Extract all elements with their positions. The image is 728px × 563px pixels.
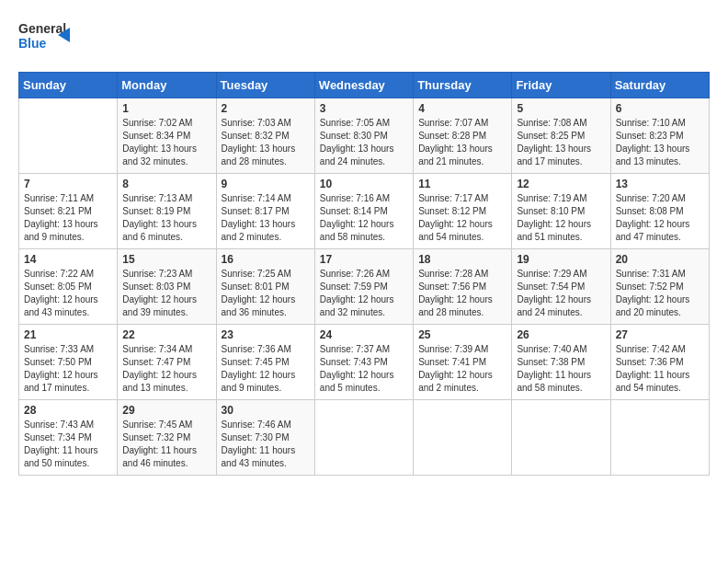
day-number: 10 xyxy=(320,178,408,190)
day-detail: Sunrise: 7:10 AMSunset: 8:23 PMDaylight:… xyxy=(616,118,690,167)
day-detail: Sunrise: 7:43 AMSunset: 7:34 PMDaylight:… xyxy=(24,419,98,468)
day-number: 29 xyxy=(122,404,210,417)
day-detail: Sunrise: 7:37 AMSunset: 7:43 PMDaylight:… xyxy=(320,344,394,393)
day-number: 6 xyxy=(616,102,704,115)
calendar-cell: 9 Sunrise: 7:14 AMSunset: 8:17 PMDayligh… xyxy=(216,174,314,249)
calendar-cell: 5 Sunrise: 7:08 AMSunset: 8:25 PMDayligh… xyxy=(512,98,610,174)
weekday-header-monday: Monday xyxy=(118,73,216,98)
day-number: 11 xyxy=(418,178,506,190)
day-number: 12 xyxy=(517,178,605,190)
day-detail: Sunrise: 7:45 AMSunset: 7:32 PMDaylight:… xyxy=(122,419,197,468)
logo-area: General Blue xyxy=(18,17,74,61)
calendar-cell: 12 Sunrise: 7:19 AMSunset: 8:10 PMDaylig… xyxy=(512,174,610,249)
calendar-cell: 24 Sunrise: 7:37 AMSunset: 7:43 PMDaylig… xyxy=(314,325,413,400)
day-detail: Sunrise: 7:08 AMSunset: 8:25 PMDaylight:… xyxy=(517,118,591,167)
day-detail: Sunrise: 7:02 AMSunset: 8:34 PMDaylight:… xyxy=(122,118,197,167)
calendar-cell: 1 Sunrise: 7:02 AMSunset: 8:34 PMDayligh… xyxy=(118,98,216,174)
calendar-cell: 23 Sunrise: 7:36 AMSunset: 7:45 PMDaylig… xyxy=(216,325,314,400)
weekday-header-saturday: Saturday xyxy=(610,73,709,98)
day-number: 2 xyxy=(222,102,310,115)
day-detail: Sunrise: 7:42 AMSunset: 7:36 PMDaylight:… xyxy=(616,344,690,393)
calendar-cell: 21 Sunrise: 7:33 AMSunset: 7:50 PMDaylig… xyxy=(19,325,118,400)
weekday-header-wednesday: Wednesday xyxy=(314,73,413,98)
day-number: 7 xyxy=(24,178,112,190)
day-number: 18 xyxy=(418,253,506,266)
weekday-header-thursday: Thursday xyxy=(414,73,512,98)
weekday-header-sunday: Sunday xyxy=(19,73,118,98)
day-detail: Sunrise: 7:23 AMSunset: 8:03 PMDaylight:… xyxy=(122,269,197,317)
day-detail: Sunrise: 7:03 AMSunset: 8:32 PMDaylight:… xyxy=(222,118,296,167)
page: General Blue SundayMondayTuesdayWednesda… xyxy=(0,0,728,563)
calendar-cell: 29 Sunrise: 7:45 AMSunset: 7:32 PMDaylig… xyxy=(118,400,216,476)
day-number: 9 xyxy=(222,178,310,190)
day-number: 13 xyxy=(616,178,704,190)
day-detail: Sunrise: 7:16 AMSunset: 8:14 PMDaylight:… xyxy=(320,193,394,242)
calendar-cell: 27 Sunrise: 7:42 AMSunset: 7:36 PMDaylig… xyxy=(610,325,709,400)
day-number: 8 xyxy=(122,178,210,190)
calendar-cell: 16 Sunrise: 7:25 AMSunset: 8:01 PMDaylig… xyxy=(216,249,314,325)
day-detail: Sunrise: 7:29 AMSunset: 7:54 PMDaylight:… xyxy=(517,269,591,317)
day-detail: Sunrise: 7:36 AMSunset: 7:45 PMDaylight:… xyxy=(222,344,296,393)
top-section: General Blue xyxy=(18,17,710,61)
day-detail: Sunrise: 7:13 AMSunset: 8:19 PMDaylight:… xyxy=(122,193,197,242)
day-number: 26 xyxy=(517,328,605,341)
week-row-4: 21 Sunrise: 7:33 AMSunset: 7:50 PMDaylig… xyxy=(19,325,710,400)
weekday-header-row: SundayMondayTuesdayWednesdayThursdayFrid… xyxy=(19,73,710,98)
day-detail: Sunrise: 7:07 AMSunset: 8:28 PMDaylight:… xyxy=(418,118,493,167)
day-number: 24 xyxy=(320,328,408,341)
calendar-cell xyxy=(512,400,610,476)
calendar-cell: 25 Sunrise: 7:39 AMSunset: 7:41 PMDaylig… xyxy=(414,325,512,400)
calendar-cell: 30 Sunrise: 7:46 AMSunset: 7:30 PMDaylig… xyxy=(216,400,314,476)
svg-text:General: General xyxy=(18,21,66,36)
calendar-cell: 11 Sunrise: 7:17 AMSunset: 8:12 PMDaylig… xyxy=(414,174,512,249)
day-number: 30 xyxy=(222,404,310,417)
calendar-cell: 6 Sunrise: 7:10 AMSunset: 8:23 PMDayligh… xyxy=(610,98,709,174)
day-detail: Sunrise: 7:22 AMSunset: 8:05 PMDaylight:… xyxy=(24,269,98,317)
day-number: 1 xyxy=(122,102,210,115)
calendar-cell: 15 Sunrise: 7:23 AMSunset: 8:03 PMDaylig… xyxy=(118,249,216,325)
calendar-cell xyxy=(19,98,118,174)
day-detail: Sunrise: 7:05 AMSunset: 8:30 PMDaylight:… xyxy=(320,118,394,167)
day-number: 22 xyxy=(122,328,210,341)
day-number: 23 xyxy=(222,328,310,341)
day-detail: Sunrise: 7:39 AMSunset: 7:41 PMDaylight:… xyxy=(418,344,493,393)
day-number: 21 xyxy=(24,328,112,341)
calendar-cell: 22 Sunrise: 7:34 AMSunset: 7:47 PMDaylig… xyxy=(118,325,216,400)
week-row-3: 14 Sunrise: 7:22 AMSunset: 8:05 PMDaylig… xyxy=(19,249,710,325)
day-number: 14 xyxy=(24,253,112,266)
day-number: 28 xyxy=(24,404,112,417)
day-number: 5 xyxy=(517,102,605,115)
day-detail: Sunrise: 7:34 AMSunset: 7:47 PMDaylight:… xyxy=(122,344,197,393)
calendar-cell: 17 Sunrise: 7:26 AMSunset: 7:59 PMDaylig… xyxy=(314,249,413,325)
weekday-header-friday: Friday xyxy=(512,73,610,98)
day-number: 27 xyxy=(616,328,704,341)
svg-text:Blue: Blue xyxy=(18,36,47,51)
calendar-cell xyxy=(314,400,413,476)
calendar-cell: 20 Sunrise: 7:31 AMSunset: 7:52 PMDaylig… xyxy=(610,249,709,325)
calendar-cell: 19 Sunrise: 7:29 AMSunset: 7:54 PMDaylig… xyxy=(512,249,610,325)
day-detail: Sunrise: 7:33 AMSunset: 7:50 PMDaylight:… xyxy=(24,344,98,393)
day-detail: Sunrise: 7:25 AMSunset: 8:01 PMDaylight:… xyxy=(222,269,296,317)
day-number: 17 xyxy=(320,253,408,266)
day-number: 4 xyxy=(418,102,506,115)
calendar-cell: 8 Sunrise: 7:13 AMSunset: 8:19 PMDayligh… xyxy=(118,174,216,249)
week-row-1: 1 Sunrise: 7:02 AMSunset: 8:34 PMDayligh… xyxy=(19,98,710,174)
day-number: 25 xyxy=(418,328,506,341)
week-row-2: 7 Sunrise: 7:11 AMSunset: 8:21 PMDayligh… xyxy=(19,174,710,249)
calendar-cell: 4 Sunrise: 7:07 AMSunset: 8:28 PMDayligh… xyxy=(414,98,512,174)
day-detail: Sunrise: 7:46 AMSunset: 7:30 PMDaylight:… xyxy=(222,419,296,468)
day-number: 19 xyxy=(517,253,605,266)
day-detail: Sunrise: 7:20 AMSunset: 8:08 PMDaylight:… xyxy=(616,193,690,242)
week-row-5: 28 Sunrise: 7:43 AMSunset: 7:34 PMDaylig… xyxy=(19,400,710,476)
calendar-cell: 18 Sunrise: 7:28 AMSunset: 7:56 PMDaylig… xyxy=(414,249,512,325)
day-number: 3 xyxy=(320,102,408,115)
logo-svg: General Blue xyxy=(18,17,74,57)
day-detail: Sunrise: 7:17 AMSunset: 8:12 PMDaylight:… xyxy=(418,193,493,242)
calendar-cell: 10 Sunrise: 7:16 AMSunset: 8:14 PMDaylig… xyxy=(314,174,413,249)
calendar-cell: 14 Sunrise: 7:22 AMSunset: 8:05 PMDaylig… xyxy=(19,249,118,325)
calendar-cell: 28 Sunrise: 7:43 AMSunset: 7:34 PMDaylig… xyxy=(19,400,118,476)
weekday-header-tuesday: Tuesday xyxy=(216,73,314,98)
day-detail: Sunrise: 7:19 AMSunset: 8:10 PMDaylight:… xyxy=(517,193,591,242)
day-number: 15 xyxy=(122,253,210,266)
calendar-table: SundayMondayTuesdayWednesdayThursdayFrid… xyxy=(18,72,710,476)
